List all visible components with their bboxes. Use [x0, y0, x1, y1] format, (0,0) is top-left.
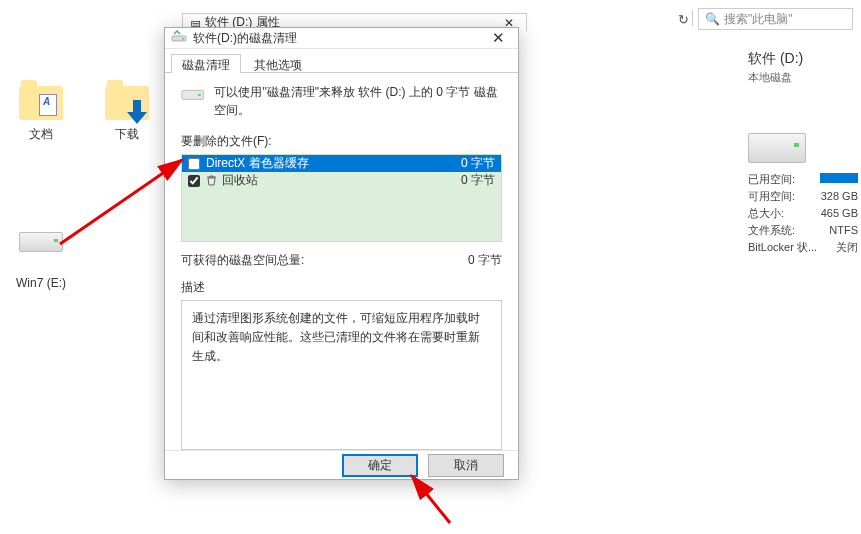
- file-size: 0 字节: [461, 155, 495, 172]
- filesystem-value: NTFS: [829, 222, 858, 239]
- dialog-titlebar: 软件(D:)的磁盘清理 ✕: [165, 28, 518, 49]
- description-text: 通过清理图形系统创建的文件，可缩短应用程序加载时间和改善响应性能。这些已清理的文…: [181, 300, 502, 450]
- free-space-value: 328 GB: [821, 188, 858, 205]
- file-name: 回收站: [222, 172, 461, 189]
- drive-icon: [181, 85, 204, 103]
- filesystem-label: 文件系统:: [748, 222, 795, 239]
- drive-subtitle: 本地磁盘: [748, 70, 858, 85]
- cancel-button[interactable]: 取消: [428, 454, 504, 477]
- search-input[interactable]: 🔍 搜索"此电脑": [698, 8, 853, 30]
- file-list: DirectX 着色器缓存 0 字节 ↖ 回收站 0 字节: [181, 154, 502, 242]
- icon-label: 文档: [6, 126, 76, 143]
- files-to-delete-label: 要删除的文件(F):: [181, 133, 502, 150]
- folder-documents[interactable]: 文档: [6, 82, 76, 143]
- tab-strip: 磁盘清理 其他选项: [165, 49, 518, 73]
- total-label: 可获得的磁盘空间总量:: [181, 252, 304, 269]
- file-name: DirectX 着色器缓存: [206, 155, 461, 172]
- disk-cleanup-icon: [171, 30, 187, 46]
- file-row-recycle-bin[interactable]: ↖ 回收站 0 字节: [182, 172, 501, 189]
- svg-rect-3: [198, 94, 201, 96]
- recycle-bin-icon: [206, 175, 218, 186]
- svg-line-5: [412, 476, 450, 523]
- icon-label: Win7 (E:): [6, 276, 76, 290]
- disk-cleanup-dialog: 软件(D:)的磁盘清理 ✕ 磁盘清理 其他选项 可以使用"磁盘清理"来释放 软件…: [164, 27, 519, 480]
- tab-disk-cleanup[interactable]: 磁盘清理: [171, 54, 241, 73]
- file-checkbox[interactable]: [188, 175, 200, 187]
- close-button[interactable]: ✕: [484, 28, 512, 48]
- used-space-label: 已用空间:: [748, 171, 795, 188]
- free-space-label: 可用空间:: [748, 188, 795, 205]
- drive-large-icon: [748, 133, 806, 163]
- total-size-label: 总大小:: [748, 205, 784, 222]
- search-icon: 🔍: [705, 12, 720, 26]
- ok-button[interactable]: 确定: [342, 454, 418, 477]
- folder-downloads[interactable]: 下载: [92, 82, 162, 143]
- download-arrow-icon: [127, 100, 147, 124]
- total-value: 0 字节: [468, 252, 502, 269]
- dialog-title: 软件(D:)的磁盘清理: [193, 30, 484, 47]
- file-size: 0 字节: [461, 172, 495, 189]
- drive-win7-e[interactable]: Win7 (E:): [6, 218, 76, 290]
- bitlocker-label: BitLocker 状...: [748, 239, 817, 256]
- icon-label: 下载: [92, 126, 162, 143]
- svg-rect-1: [182, 38, 184, 40]
- used-space-bar: [820, 173, 858, 183]
- bitlocker-value: 关闭: [836, 239, 858, 256]
- details-pane: 软件 (D:) 本地磁盘 已用空间: 可用空间:328 GB 总大小:465 G…: [748, 50, 858, 256]
- refresh-icon[interactable]: ↻: [678, 12, 689, 27]
- file-row-directx-shader-cache[interactable]: DirectX 着色器缓存 0 字节: [182, 155, 501, 172]
- search-placeholder: 搜索"此电脑": [724, 11, 793, 28]
- file-checkbox[interactable]: [188, 158, 200, 170]
- drive-title: 软件 (D:): [748, 50, 858, 68]
- tab-other-options[interactable]: 其他选项: [243, 54, 313, 73]
- description-label: 描述: [181, 279, 502, 296]
- summary-text: 可以使用"磁盘清理"来释放 软件 (D:) 上的 0 字节 磁盘空间。: [214, 83, 502, 119]
- divider: [692, 10, 693, 26]
- total-size-value: 465 GB: [821, 205, 858, 222]
